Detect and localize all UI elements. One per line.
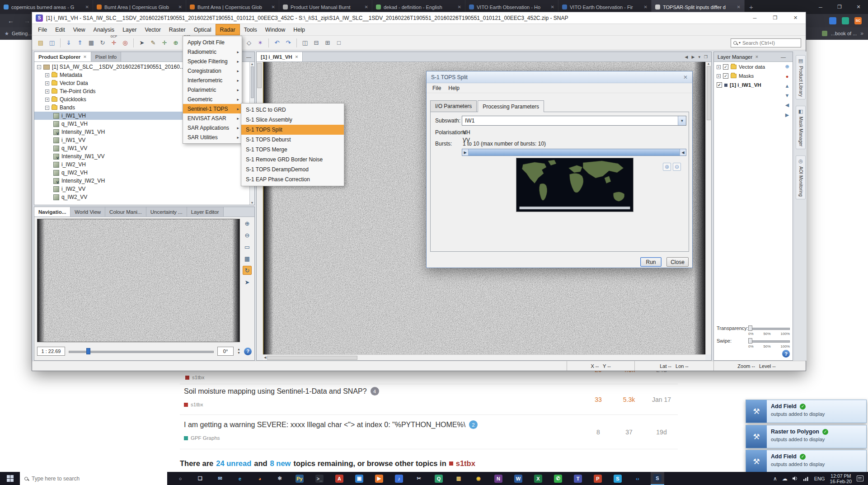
dialog-tab[interactable]: Processing Parameters	[478, 100, 544, 112]
back-icon[interactable]: ←	[5, 17, 16, 24]
tile-grid-icon[interactable]: ⊞	[323, 38, 333, 48]
dock-tab[interactable]: ◧ Mask Manager	[796, 106, 806, 149]
move-layer-right-icon[interactable]: ▶	[785, 112, 789, 118]
open-layer-editor-icon[interactable]: ⊕	[785, 64, 789, 70]
forward-icon[interactable]: →	[22, 17, 33, 24]
task-view-icon[interactable]: ❏	[193, 472, 207, 485]
clock[interactable]: 12:07 PM 16-Feb-20	[830, 473, 852, 484]
open-product-icon[interactable]: ▤	[36, 38, 46, 48]
topic-replies[interactable]: 33	[586, 396, 611, 403]
topic-replies[interactable]: 8	[586, 428, 611, 436]
bookmarks-overflow-icon[interactable]: »	[860, 30, 863, 37]
minimize-button[interactable]: ─	[745, 12, 765, 24]
browser-close-button[interactable]: ✕	[849, 0, 868, 14]
panel-minimize-icon[interactable]: —	[243, 52, 254, 61]
tile-single-icon[interactable]: □	[334, 38, 344, 48]
category-link[interactable]: s1tbx	[456, 459, 475, 468]
collapse-icon[interactable]: −	[45, 106, 49, 110]
view-control-icon[interactable]: ▾	[698, 55, 700, 59]
mail-icon[interactable]: ✉	[213, 472, 227, 485]
topic-title[interactable]: I am getting a warning SEVERE: xxxx Ille…	[184, 420, 478, 429]
band-row[interactable]: Intensity_IW2_VH	[34, 177, 249, 185]
terminal-icon[interactable]: >_	[313, 472, 326, 485]
navigation-tab[interactable]: Layer Editor	[187, 207, 224, 217]
topic-badge[interactable]: 4	[371, 387, 379, 396]
excel-icon[interactable]: X	[531, 472, 545, 485]
qgis-icon[interactable]: Q	[432, 472, 446, 485]
radar-menu-item[interactable]: Coregistration	[183, 66, 242, 75]
tops-submenu-item[interactable]: S-1 TOPS DerampDemod	[241, 165, 344, 174]
close-icon[interactable]: ✕	[295, 55, 299, 59]
file-explorer-icon[interactable]: ▥	[452, 472, 465, 485]
network-icon[interactable]	[803, 476, 809, 481]
hidden-icons-chevron[interactable]: ∧	[773, 476, 777, 482]
teams-icon[interactable]: T	[571, 472, 585, 485]
range-track[interactable]	[469, 149, 680, 155]
scroll-up-icon[interactable]: ▲	[707, 62, 710, 65]
horizontal-scrollbar[interactable]: ◀	[263, 354, 705, 360]
toolbar-separator[interactable]	[296, 38, 297, 47]
image-view-tab[interactable]: [1] i_IW1_VH✕	[257, 52, 303, 61]
powerpoint-icon[interactable]: P	[591, 472, 605, 485]
dialog-close-icon[interactable]: ✕	[683, 74, 688, 80]
expand-icon[interactable]: +	[45, 89, 49, 94]
new-topics-link[interactable]: 8 new	[270, 459, 291, 468]
swipe-slider[interactable]	[748, 338, 790, 344]
toolbar-separator[interactable]	[133, 38, 134, 47]
tops-submenu-item[interactable]: S-1 TOPS Merge	[241, 145, 344, 155]
tops-submenu-item[interactable]: S-1 EAP Phase Correction	[241, 174, 344, 184]
layer-checkbox[interactable]: ✓	[717, 82, 722, 88]
expand-icon[interactable]: +	[717, 65, 721, 69]
taskbar-search-box[interactable]	[20, 472, 167, 485]
navigation-thumbnail[interactable]	[37, 219, 240, 342]
menu-item[interactable]: Vector	[141, 24, 164, 35]
radar-menu-item[interactable]: SAR Utilities	[183, 132, 242, 142]
geoprocessing-toast[interactable]: ⚒ Add Field ✓ outputs added to display	[746, 450, 867, 473]
language-indicator[interactable]: ENG	[814, 476, 825, 481]
radar-menu-item[interactable]: Radiometric	[183, 47, 242, 57]
menu-item[interactable]: View	[69, 24, 89, 35]
pencil-tool-icon[interactable]: ✎	[148, 38, 158, 48]
polarisation-option[interactable]: VH	[463, 129, 470, 136]
remove-layer-icon[interactable]: ●	[786, 74, 789, 79]
undo-icon[interactable]: ↶	[272, 38, 282, 48]
expand-icon[interactable]: +	[45, 81, 49, 85]
menu-item[interactable]: Layer	[118, 24, 141, 35]
menu-item[interactable]: File	[34, 24, 51, 35]
bookmark-item[interactable]: ...book of ...	[831, 31, 857, 36]
menu-item[interactable]: Optical	[190, 24, 216, 35]
close-icon[interactable]: ✕	[755, 55, 759, 59]
tops-submenu-item[interactable]: S-1 TOPS Split	[241, 125, 344, 135]
groove-icon[interactable]: ♪	[392, 472, 406, 485]
scroll-up-icon[interactable]: ▲	[251, 62, 254, 66]
topic-category[interactable]: s1tbx	[184, 402, 203, 407]
zoom-tool-icon[interactable]: ⊕	[171, 38, 181, 48]
menu-item[interactable]: Tools	[240, 24, 261, 35]
tops-submenu-item[interactable]: S-1 SLC to GRD	[241, 105, 344, 115]
menu-item[interactable]: Analysis	[89, 24, 119, 35]
zoom-out-icon[interactable]: ⊖	[243, 231, 252, 240]
layer-checkbox[interactable]: ✓	[723, 73, 728, 79]
rotation-stepper[interactable]: ▲▼	[237, 348, 240, 355]
media-player-icon[interactable]: ▶	[372, 472, 386, 485]
toolbar-separator[interactable]	[268, 38, 269, 47]
view-control-icon[interactable]: ◀	[685, 55, 688, 59]
tab-close-icon[interactable]: ✕	[365, 5, 368, 9]
radar-menu-item[interactable]: Interferometric	[183, 75, 242, 85]
tab-close-icon[interactable]: ✕	[178, 5, 182, 9]
band-row[interactable]: i_IW2_VH	[34, 160, 249, 169]
layer-row[interactable]: + ✓ Masks	[714, 72, 793, 80]
import-vector-icon[interactable]: ⇓	[64, 38, 74, 48]
volume-icon[interactable]	[793, 476, 798, 481]
subswath-select[interactable]: IW1 ▼	[462, 116, 686, 126]
range-end-handle[interactable]: ◀	[680, 149, 686, 155]
map-zoom-out-icon[interactable]: ⊖	[673, 163, 681, 171]
browser-maximize-button[interactable]: ❐	[830, 0, 849, 14]
slider-thumb[interactable]	[748, 325, 752, 331]
band-row[interactable]: Intensity_IW1_VV	[34, 152, 249, 160]
scrollbar-thumb[interactable]	[251, 66, 254, 98]
band-row[interactable]: q_IW2_VH	[34, 169, 249, 177]
redo-icon[interactable]: ↷	[283, 38, 293, 48]
dialog-title-bar[interactable]: S-1 TOPS Split ✕	[427, 71, 692, 83]
view-control-icon[interactable]: ▶	[691, 55, 694, 59]
